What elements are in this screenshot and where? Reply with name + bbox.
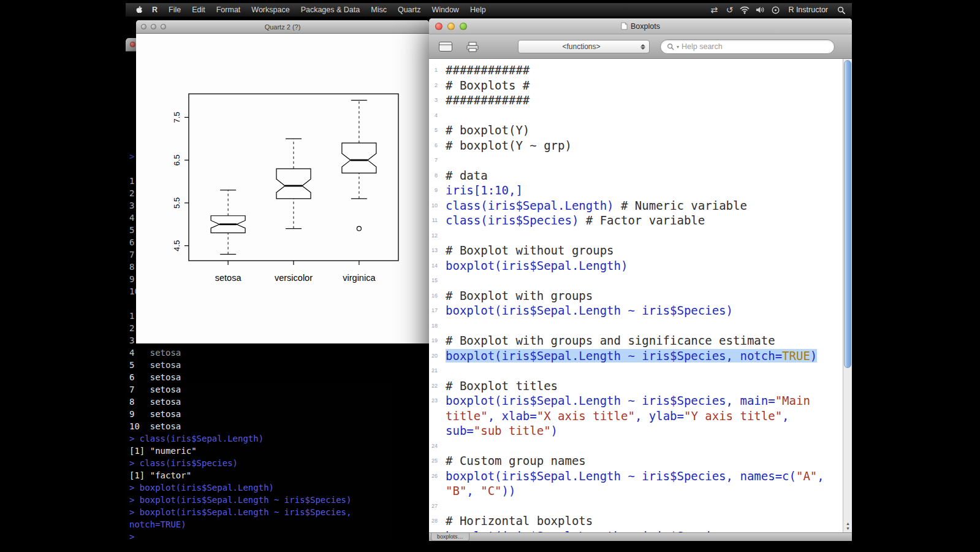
sync-icon[interactable]: ⇄ xyxy=(709,5,719,15)
svg-text:virginica: virginica xyxy=(343,273,376,283)
close-icon[interactable] xyxy=(141,24,146,29)
code-text: class(iris$Sepal.Length) # Numeric varia… xyxy=(439,198,838,213)
editor-body[interactable]: 1############2# Boxplots #3############4… xyxy=(429,59,852,532)
line-number: 4 xyxy=(429,108,439,123)
volume-icon[interactable] xyxy=(755,6,765,13)
code-text xyxy=(439,363,838,378)
menu-item-help[interactable]: Help xyxy=(465,3,492,17)
menu-item-format[interactable]: Format xyxy=(211,3,246,17)
line-number: 24 xyxy=(429,439,439,454)
scrollbar-arrows[interactable]: ▲▼ xyxy=(843,521,852,531)
line-number: 18 xyxy=(429,318,439,334)
menu-item-window[interactable]: Window xyxy=(426,3,464,17)
console-output-line: 6 setosa xyxy=(129,371,427,383)
print-button[interactable] xyxy=(462,39,483,55)
scrollbar-thumb[interactable] xyxy=(844,60,851,368)
menu-item-file[interactable]: File xyxy=(163,3,186,17)
close-icon[interactable] xyxy=(435,23,443,30)
status-tab[interactable]: boxplots… xyxy=(431,533,469,541)
menu-item-misc[interactable]: Misc xyxy=(365,3,392,17)
disc-icon[interactable] xyxy=(770,6,780,14)
editor-title-area: Boxplots xyxy=(429,22,852,31)
code-text: boxplot(iris$Sepal.Length) xyxy=(439,258,838,274)
code-area[interactable]: 1############2# Boxplots #3############4… xyxy=(429,63,841,532)
chevron-up-down-icon xyxy=(640,44,645,50)
line-number: 12 xyxy=(429,228,439,243)
help-search-input[interactable] xyxy=(682,42,828,51)
svg-text:7.5: 7.5 xyxy=(172,112,181,123)
close-icon[interactable] xyxy=(130,42,135,47)
line-number: 10 xyxy=(429,198,439,213)
menu-items: FileEditFormatWorkspacePackages & DataMi… xyxy=(163,3,492,17)
code-line: 4 xyxy=(429,108,841,123)
code-line: 23boxplot(iris$Sepal.Length ~ iris$Speci… xyxy=(429,393,841,439)
code-line: 25# Custom group names xyxy=(429,453,841,469)
help-search-field: ▾ xyxy=(660,39,835,54)
line-number: 22 xyxy=(429,378,439,394)
apple-icon xyxy=(135,6,143,14)
console-input-line: > boxplot(iris$Sepal.Length ~ iris$Speci… xyxy=(129,506,427,518)
code-line: 18 xyxy=(429,318,841,334)
code-text: class(iris$Species) # Factor variable xyxy=(439,213,838,228)
scrollbar-track[interactable]: ▲▼ xyxy=(843,59,852,532)
code-text xyxy=(439,153,838,168)
menu-bar: R FileEditFormatWorkspacePackages & Data… xyxy=(126,3,852,17)
code-line: 13# Boxplot without groups xyxy=(429,243,841,258)
time-machine-icon[interactable]: ↺ xyxy=(724,5,734,15)
console-output-line: 4 setosa xyxy=(129,347,427,359)
zoom-icon[interactable] xyxy=(460,23,467,30)
user-switcher[interactable]: R Instructor xyxy=(786,6,830,14)
selected-code-text: boxplot(iris$Sepal.Length ~ iris$Species… xyxy=(439,348,838,364)
line-number: 5 xyxy=(429,123,439,138)
line-number: 6 xyxy=(429,138,439,153)
line-number: 26 xyxy=(429,469,439,484)
zoom-icon[interactable] xyxy=(161,24,166,29)
code-line: 24 xyxy=(429,439,841,454)
code-line: 11class(iris$Species) # Factor variable xyxy=(429,213,841,228)
window-pane-icon xyxy=(438,41,453,52)
quartz-window-controls xyxy=(136,24,166,29)
menu-item-r[interactable]: R xyxy=(146,3,163,17)
svg-text:6.5: 6.5 xyxy=(172,155,181,166)
editor-window-controls xyxy=(429,23,467,30)
functions-popup[interactable]: <functions> xyxy=(518,40,650,53)
minimize-icon[interactable] xyxy=(447,23,455,30)
code-line: 14boxplot(iris$Sepal.Length) xyxy=(429,258,841,274)
console-output-line: 7 setosa xyxy=(129,383,427,396)
console-input-line: > boxplot(iris$Sepal.Length ~ iris$Speci… xyxy=(129,494,427,506)
minimize-icon[interactable] xyxy=(151,24,156,29)
code-line: 8# data xyxy=(429,168,841,183)
code-line: 19# Boxplot with groups and significance… xyxy=(429,333,841,348)
code-line: 2# Boxplots # xyxy=(429,78,841,93)
editor-titlebar[interactable]: Boxplots xyxy=(429,18,852,34)
toggle-pane-button[interactable] xyxy=(435,39,456,55)
menu-item-workspace[interactable]: Workspace xyxy=(246,3,295,17)
code-text: # Horizontal boxplots xyxy=(439,513,838,529)
line-number: 16 xyxy=(429,288,439,304)
menu-item-edit[interactable]: Edit xyxy=(186,3,211,17)
console-output-line: [1] "factor" xyxy=(129,469,427,481)
quartz-titlebar[interactable]: Quartz 2 (?) xyxy=(136,20,429,34)
document-icon xyxy=(621,22,628,30)
line-number: 17 xyxy=(429,303,439,318)
code-line: 5# boxplot(Y) xyxy=(429,123,841,138)
screen: R FileEditFormatWorkspacePackages & Data… xyxy=(0,0,980,552)
code-line: 27 xyxy=(429,499,841,514)
apple-menu[interactable] xyxy=(132,3,146,17)
menu-item-packages-data[interactable]: Packages & Data xyxy=(295,3,366,17)
menu-item-quartz[interactable]: Quartz xyxy=(392,3,427,17)
line-number: 9 xyxy=(429,183,439,198)
functions-popup-label: <functions> xyxy=(522,42,640,51)
console-input-line: > xyxy=(129,531,427,540)
search-icon xyxy=(667,43,674,50)
code-line: 12 xyxy=(429,228,841,243)
line-number: 27 xyxy=(429,499,439,514)
console-input-line: > class(iris$Sepal.Length) xyxy=(129,432,427,445)
spotlight-icon[interactable] xyxy=(836,6,846,14)
code-text: # Boxplot titles xyxy=(439,378,838,394)
code-line: 17boxplot(iris$Sepal.Length ~ iris$Speci… xyxy=(429,303,841,318)
editor-toolbar: <functions> ▾ xyxy=(429,34,852,59)
code-text xyxy=(439,499,838,514)
code-line: 20boxplot(iris$Sepal.Length ~ iris$Speci… xyxy=(429,348,841,364)
wifi-icon[interactable] xyxy=(740,6,750,14)
